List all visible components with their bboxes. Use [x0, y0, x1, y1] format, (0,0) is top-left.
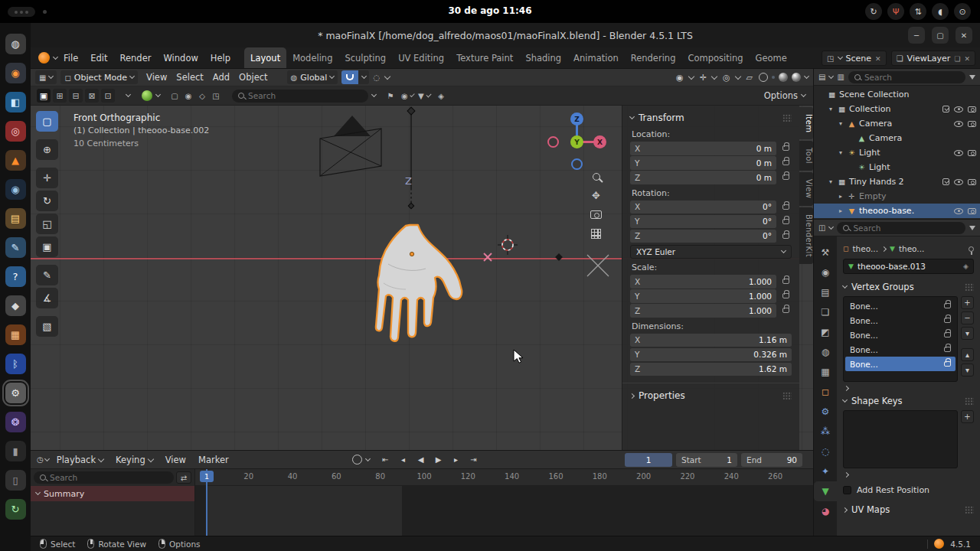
outliner-item-label[interactable]: Light	[859, 148, 880, 158]
outliner-item-label[interactable]: Scene Collection	[839, 90, 909, 99]
disable-in-renders-icon[interactable]	[968, 150, 976, 156]
camera-view-icon[interactable]	[590, 210, 602, 219]
npanel-tab[interactable]: View	[799, 172, 813, 205]
bk-material-icon[interactable]: ◉	[182, 90, 194, 102]
scale-field[interactable]: X1.000	[630, 275, 776, 289]
bk-filter-icon[interactable]: ▼	[418, 90, 430, 102]
outliner-row[interactable]: ☀Light	[814, 160, 980, 174]
select-mode-intersect[interactable]: ⊡	[101, 89, 115, 103]
show-object-types-button[interactable]: ◉	[676, 73, 694, 83]
dock-opera[interactable]: ◎	[5, 121, 26, 142]
prev-keyframe-button[interactable]: ◂	[395, 453, 411, 467]
jump-start-button[interactable]: ⇤	[377, 453, 394, 467]
outliner-search-input[interactable]	[864, 73, 959, 82]
exclude-checkbox[interactable]	[942, 178, 949, 185]
tab-tool[interactable]: ⚒	[814, 243, 837, 262]
outliner-item-label[interactable]: Collection	[849, 104, 890, 114]
camera-object[interactable]	[320, 116, 381, 176]
topbar-menu-item[interactable]: Render	[114, 53, 158, 64]
properties-search-field[interactable]	[837, 222, 965, 234]
topbar-menu-item[interactable]: Edit	[84, 53, 113, 64]
scale-field[interactable]: Z1.000	[630, 304, 776, 318]
expander-icon[interactable]: ▾	[837, 149, 844, 156]
dock-terminal[interactable]: ▮	[5, 441, 26, 461]
next-keyframe-button[interactable]: ▸	[448, 453, 464, 467]
jump-end-button[interactable]: ⇥	[466, 453, 482, 467]
viewport-menu-item[interactable]: Add	[208, 72, 234, 83]
hide-in-viewport-icon[interactable]	[954, 106, 963, 112]
filter-icon[interactable]	[969, 226, 975, 230]
tool-select-box[interactable]: ▢	[36, 111, 58, 132]
title-bar[interactable]: * maoFinalX [/home/dog_alfredo/maos01/ma…	[31, 23, 980, 47]
breadcrumb-object[interactable]: theo...	[852, 244, 877, 253]
tab-constraints[interactable]: ✦	[814, 461, 837, 481]
outliner-search-field[interactable]	[848, 71, 965, 83]
npanel-tab[interactable]: Item	[799, 107, 813, 139]
dock-tweaks[interactable]: ◆	[5, 295, 26, 316]
end-frame-field[interactable]: End 90	[741, 453, 802, 467]
dock-screenshot[interactable]: ◍	[5, 34, 26, 54]
proportional-editing-button[interactable]: ◌	[373, 73, 390, 82]
dock-vlc[interactable]: ▲	[5, 150, 26, 171]
vgroup-remove-button[interactable]: −	[961, 311, 974, 324]
outliner-row[interactable]: ▸▼theooo-base.	[814, 204, 980, 218]
timeline-menu-item[interactable]: View	[159, 455, 192, 465]
workspace-tab[interactable]: Shading	[519, 47, 567, 68]
auto-keyframe-icon[interactable]	[352, 455, 362, 465]
select-mode-subtract[interactable]: ⊟	[69, 89, 83, 103]
npanel-tab[interactable]: BlenderKit	[799, 207, 813, 264]
editor-type-button[interactable]: ▦	[35, 70, 57, 84]
scene-selector[interactable]: ◳ Scene	[822, 51, 887, 66]
gizmo-z-ball[interactable]: Z	[570, 112, 583, 126]
snap-options-button[interactable]	[358, 70, 369, 84]
playhead-badge[interactable]: 1	[200, 471, 214, 482]
tab-data[interactable]: ▼	[814, 481, 837, 501]
bk-profile-icon[interactable]: ◉	[401, 90, 413, 102]
tool-add-cube[interactable]: ▧	[36, 316, 58, 337]
transform-panel-header[interactable]: Transform	[630, 110, 792, 126]
outliner-item-label[interactable]: Camera	[859, 119, 892, 129]
lock-icon[interactable]	[782, 233, 789, 239]
outliner-item-label[interactable]: Tiny Hands 2	[849, 177, 904, 187]
pan-hand-icon[interactable]: ✥	[592, 191, 600, 201]
rotation-field[interactable]: Y0°	[630, 215, 776, 229]
blenderkit-search-field[interactable]	[232, 90, 368, 103]
shading-wireframe-button[interactable]	[759, 73, 768, 82]
lock-icon[interactable]	[944, 347, 951, 352]
display-mode-icon[interactable]: ▥	[837, 73, 844, 81]
lock-icon[interactable]	[782, 279, 789, 284]
clock[interactable]: 30 de ago 11:46	[0, 5, 980, 16]
lock-icon[interactable]	[944, 318, 951, 323]
timeline-menu-item[interactable]: Marker	[192, 455, 235, 465]
tab-world[interactable]: ◍	[814, 342, 837, 362]
select-mode-invert[interactable]: ⊠	[85, 89, 99, 103]
expand-filters-icon[interactable]	[844, 472, 849, 478]
mode-selector[interactable]: ◻ Object Mode	[60, 70, 138, 84]
viewport-menu-item[interactable]: Select	[172, 72, 207, 83]
hide-in-viewport-icon[interactable]	[954, 208, 963, 214]
tab-output[interactable]: ▤	[814, 282, 837, 302]
lock-icon[interactable]	[782, 219, 789, 224]
properties-subpanel-header[interactable]: Properties	[630, 388, 792, 403]
workspace-tab[interactable]: Texture Paint	[450, 47, 519, 68]
vgroup-add-button[interactable]: +	[961, 296, 974, 309]
tray-volume-icon[interactable]: ◖	[932, 3, 949, 20]
viewport-canvas[interactable]: Z	[31, 106, 813, 450]
blenderkit-search-input[interactable]	[248, 91, 362, 100]
dock-trash[interactable]: ▯	[5, 470, 26, 491]
dock-vscode[interactable]: ◧	[5, 92, 26, 112]
tab-render[interactable]: ◉	[814, 262, 837, 282]
tool-move[interactable]: ✛	[36, 168, 58, 188]
shading-material-button[interactable]	[779, 73, 788, 82]
properties-search-input[interactable]	[853, 223, 959, 233]
tab-material[interactable]: ◕	[814, 501, 837, 521]
topbar-menu-item[interactable]: Help	[204, 53, 237, 64]
asset-shield-icon[interactable]: ◈	[963, 262, 969, 270]
vertex-group-item[interactable]: Bone...	[845, 328, 956, 342]
snap-toggle-button[interactable]	[341, 70, 358, 84]
dock-help[interactable]: ?	[5, 266, 26, 287]
tool-rotate[interactable]: ↻	[36, 191, 58, 211]
hide-in-viewport-icon[interactable]	[954, 179, 963, 185]
tool-scale[interactable]: ◱	[36, 214, 58, 234]
vgroup-move-up-button[interactable]: ▴	[961, 348, 974, 361]
